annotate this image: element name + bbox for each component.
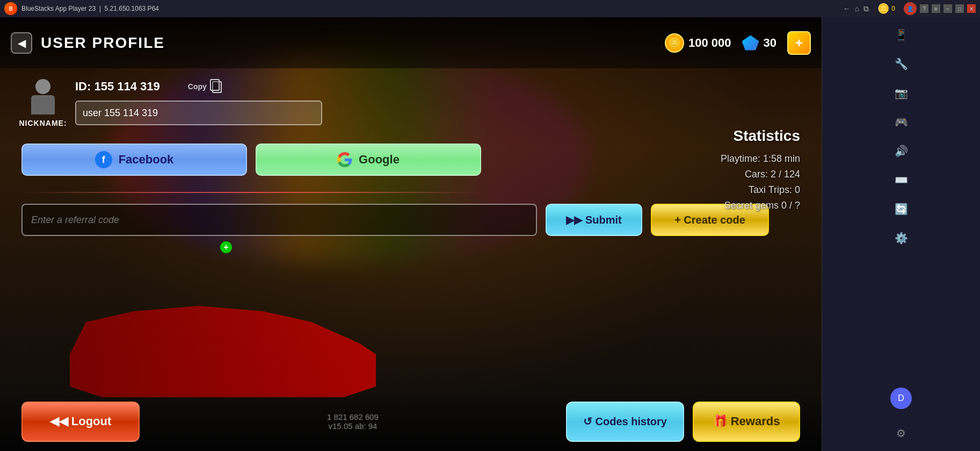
plus-indicator: +	[220, 241, 232, 253]
divider	[21, 192, 483, 193]
bottom-right: ↺ Codes history 🎁 Rewards	[566, 402, 800, 442]
sidebar-icon-1[interactable]: 📱	[888, 22, 914, 48]
game-area: ◀ USER PROFILE 🪙 100 000 30 + NICKN	[0, 17, 822, 451]
bottom-bar: ◀◀ Logout 1 821 682 609 v15.05 ab: 94 ↺ …	[0, 392, 822, 451]
header: ◀ USER PROFILE 🪙 100 000 30 +	[0, 17, 822, 68]
copy-label: Copy	[188, 82, 207, 91]
nickname-label: NICKNAME:	[19, 119, 67, 127]
copy-icon	[210, 79, 223, 94]
sidebar-icon-5[interactable]: 🔊	[888, 138, 914, 164]
back-button[interactable]: ◀ USER PROFILE	[11, 32, 165, 54]
referral-section: ▶▶ Submit + Create code	[21, 204, 800, 236]
user-id-text: ID: 155 114 319	[75, 80, 160, 94]
avatar-figure	[30, 79, 56, 117]
rewards-button[interactable]: 🎁 Rewards	[693, 402, 800, 442]
diamonds-value: 30	[764, 36, 776, 50]
playtime-stat: Playtime: 1:58 min	[721, 153, 800, 164]
sidebar-icon-8[interactable]: ⚙️	[888, 225, 914, 252]
user-id-row: ID: 155 114 319 Copy	[75, 79, 800, 94]
google-button[interactable]: Google	[256, 144, 481, 176]
google-label: Google	[359, 153, 400, 167]
secret-gems-stat: Secret gems 0 / ?	[721, 200, 800, 211]
titlebar-coin: 🪙 0	[877, 3, 895, 15]
nickname-input[interactable]	[75, 101, 322, 125]
page-title: USER PROFILE	[41, 34, 165, 52]
coin-icon: 🪙	[665, 33, 684, 53]
sidebar-settings[interactable]: ⚙	[888, 420, 914, 447]
nav-back[interactable]: ←	[843, 4, 851, 13]
copy-button[interactable]: Copy	[188, 79, 223, 94]
version-label: v15.05 ab: 94	[329, 421, 378, 431]
right-sidebar: 📱 🔧 📷 🎮 🔊 ⌨️ 🔄 ⚙️ D ⚙	[822, 17, 980, 451]
statistics-title: Statistics	[721, 127, 800, 145]
sidebar-icon-7[interactable]: 🔄	[888, 196, 914, 223]
sidebar-icon-4[interactable]: 🎮	[888, 109, 914, 135]
bluestacks-logo: B	[4, 2, 17, 15]
submit-button[interactable]: ▶▶ Submit	[546, 204, 642, 236]
diamonds-display: 30	[742, 35, 776, 51]
codes-history-label: ↺ Codes history	[583, 415, 667, 428]
submit-label: ▶▶ Submit	[566, 213, 621, 226]
titlebar-avatar[interactable]: 👤	[904, 2, 917, 15]
bottom-center: 1 821 682 609 v15.05 ab: 94	[140, 412, 566, 431]
codes-history-button[interactable]: ↺ Codes history	[566, 402, 684, 442]
sidebar-icon-2[interactable]: 🔧	[888, 51, 914, 77]
titlebar-title: BlueStacks App Player 23 | 5.21.650.1063…	[21, 5, 843, 12]
titlebar: B BlueStacks App Player 23 | 5.21.650.10…	[0, 0, 980, 17]
rewards-label: 🎁 Rewards	[713, 414, 780, 428]
titlebar-help[interactable]: ?	[920, 4, 928, 13]
avatar: NICKNAME:	[21, 79, 64, 127]
discord-button[interactable]: D	[890, 388, 912, 409]
coins-value: 100 000	[688, 36, 731, 50]
cars-stat: Cars: 2 / 124	[721, 169, 800, 180]
statistics-panel: Statistics Playtime: 1:58 min Cars: 2 / …	[721, 127, 800, 216]
google-icon	[337, 152, 352, 167]
nav-home[interactable]: ⌂	[855, 4, 859, 13]
facebook-icon: f	[95, 151, 112, 168]
facebook-button[interactable]: f Facebook	[21, 144, 247, 176]
referral-input[interactable]	[21, 204, 537, 236]
facebook-label: Facebook	[119, 153, 174, 167]
titlebar-nav: ← ⌂ ⧉	[843, 4, 869, 13]
sidebar-icon-6[interactable]: ⌨️	[888, 167, 914, 194]
avatar-body	[31, 95, 55, 114]
diamond-icon	[742, 35, 759, 51]
titlebar-minimize[interactable]: −	[943, 4, 952, 13]
titlebar-restore[interactable]: □	[955, 4, 964, 13]
logout-label: ◀◀ Logout	[50, 414, 112, 428]
titlebar-close[interactable]: ✕	[967, 4, 976, 13]
back-arrow-icon: ◀	[11, 32, 32, 54]
taxi-trips-stat: Taxi Trips: 0	[721, 184, 800, 196]
server-id: 1 821 682 609	[327, 412, 379, 421]
nav-copy[interactable]: ⧉	[863, 4, 869, 13]
profile-section: NICKNAME: ID: 155 114 319 Copy	[21, 79, 800, 127]
add-currency-button[interactable]: +	[787, 31, 811, 55]
coins-display: 🪙 100 000	[665, 33, 731, 53]
header-currency: 🪙 100 000 30 +	[665, 31, 811, 55]
social-buttons: f Facebook Google +	[21, 144, 800, 176]
profile-info: ID: 155 114 319 Copy	[75, 79, 800, 125]
logout-button[interactable]: ◀◀ Logout	[21, 402, 140, 442]
avatar-head	[35, 79, 50, 94]
sidebar-icon-3[interactable]: 📷	[888, 80, 914, 106]
titlebar-menu[interactable]: ≡	[932, 4, 940, 13]
